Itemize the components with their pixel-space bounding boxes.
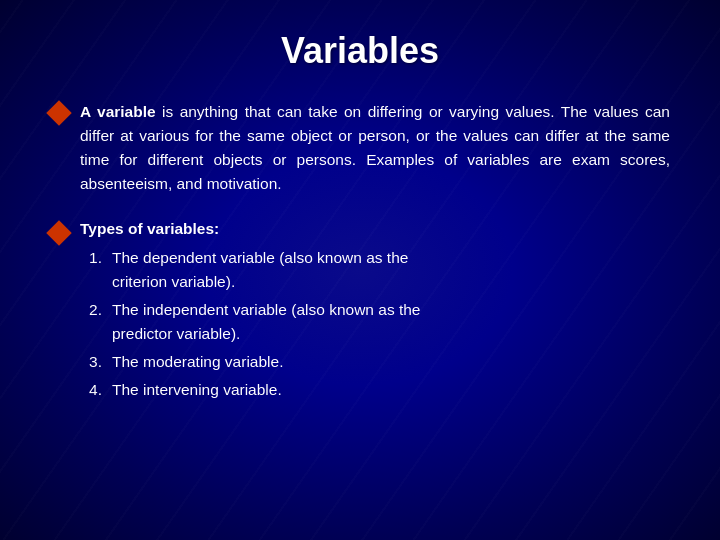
slide: Variables A variable is anything that ca… (0, 0, 720, 540)
types-title: Types of variables: (80, 220, 420, 238)
list-number: 3. (80, 350, 102, 374)
list-item: 1. The dependent variable (also known as… (80, 246, 420, 294)
list-text: The intervening variable. (112, 378, 420, 402)
list-text: The dependent variable (also known as th… (112, 246, 420, 294)
list-text: The moderating variable. (112, 350, 420, 374)
list-number: 1. (80, 246, 102, 294)
slide-title: Variables (50, 30, 670, 72)
list-text: The independent variable (also known as … (112, 298, 420, 346)
list-item: 2. The independent variable (also known … (80, 298, 420, 346)
variable-bold: A variable (80, 103, 156, 120)
bullet-diamond-icon-2 (46, 220, 71, 245)
list-item: 3. The moderating variable. (80, 350, 420, 374)
slide-content: A variable is anything that can take on … (50, 100, 670, 402)
bullet-diamond-icon (46, 100, 71, 125)
definition-bullet: A variable is anything that can take on … (50, 100, 670, 196)
types-list: 1. The dependent variable (also known as… (80, 246, 420, 402)
types-bullet: Types of variables: 1. The dependent var… (50, 220, 670, 402)
list-item: 4. The intervening variable. (80, 378, 420, 402)
definition-text: A variable is anything that can take on … (80, 100, 670, 196)
list-number: 4. (80, 378, 102, 402)
list-number: 2. (80, 298, 102, 346)
types-section: Types of variables: 1. The dependent var… (80, 220, 420, 402)
